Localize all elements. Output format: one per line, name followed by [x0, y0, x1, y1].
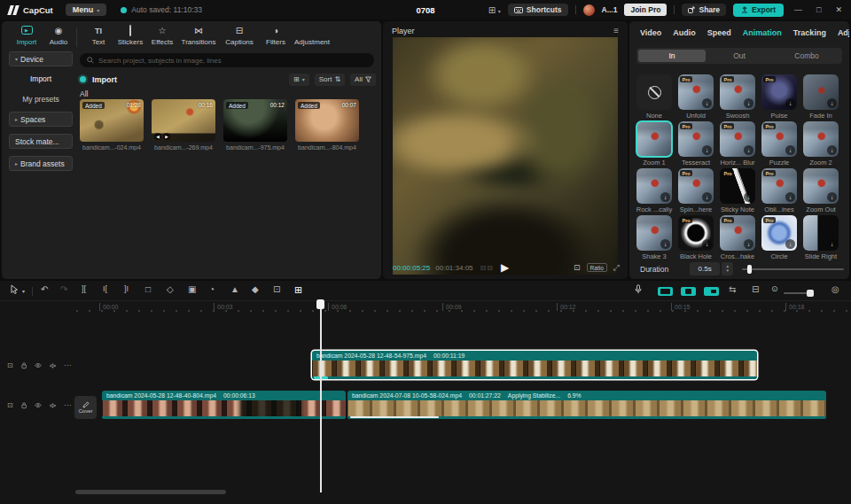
timeline-clip-024[interactable]: bandicam 2024-07-08 10-05-58-024.mp4 00:… — [347, 391, 826, 419]
next-frame-icon[interactable]: ▶ — [163, 133, 170, 140]
prev-frame-icon[interactable]: ◀ — [154, 133, 161, 140]
effect-rock[interactable]: ↓ — [636, 168, 672, 204]
mute-track-icon[interactable] — [50, 402, 56, 409]
timeline-clip-804[interactable]: bandicam 2024-05-28 12-48-40-804.mp4 00:… — [102, 391, 346, 419]
effect-fade-in[interactable]: ↓ — [803, 74, 839, 110]
fit-frame-icon[interactable]: ⊡ — [574, 263, 581, 272]
workspace-layout-icon[interactable]: ⊞ ▾ — [488, 5, 501, 15]
stabilize-icon[interactable]: ▲ — [230, 284, 239, 294]
timeline-horizontal-scrollbar[interactable] — [75, 490, 226, 494]
duration-value[interactable]: 0.5s — [690, 262, 720, 275]
frame-step-icons[interactable]: ⊟⊟ — [480, 264, 494, 272]
lock-icon[interactable] — [21, 361, 27, 369]
keyframe-icon[interactable]: ◆ — [252, 284, 259, 294]
hide-track-icon[interactable] — [35, 402, 42, 408]
tab-tracking[interactable]: Tracking — [793, 28, 826, 37]
playhead-line[interactable] — [320, 301, 322, 492]
effect-none[interactable] — [636, 74, 672, 110]
sidebar-item-stock-materials[interactable]: Stock mate... — [9, 134, 73, 149]
tab-audio-settings[interactable]: Audio — [673, 28, 696, 37]
playhead-handle[interactable] — [316, 299, 324, 309]
play-button[interactable]: ▶ — [501, 261, 509, 274]
fullscreen-icon[interactable]: ⤢ — [613, 263, 620, 273]
record-voiceover-icon[interactable] — [635, 284, 642, 296]
tab-effects[interactable]: ☆ Effects — [146, 26, 178, 46]
duration-slider[interactable] — [742, 268, 844, 270]
effect-shake-3[interactable]: ↓ — [636, 215, 672, 251]
trim-right-icon[interactable]: ]I — [124, 284, 129, 293]
account-label[interactable]: A...1 — [602, 5, 618, 14]
auto-layout-icon[interactable]: ⊞ — [294, 284, 302, 296]
undo-icon[interactable]: ↶ — [41, 284, 48, 294]
avatar[interactable] — [583, 4, 595, 16]
export-button[interactable]: Export — [733, 4, 784, 17]
tab-import[interactable]: ▶ Import — [11, 26, 43, 46]
sidebar-item-spaces[interactable]: ▸ Spaces — [9, 112, 73, 127]
search-input[interactable]: Search project, subjects in image, lines — [80, 53, 374, 67]
effect-tesseract[interactable]: Pro↓ — [678, 121, 714, 157]
select-tool-caret[interactable]: ▾ — [22, 288, 25, 294]
mute-track-icon[interactable] — [50, 362, 56, 369]
player-menu-icon[interactable]: ≡ — [613, 26, 619, 35]
sidebar-item-import[interactable]: Import — [9, 74, 73, 83]
lock-icon[interactable] — [21, 401, 27, 409]
effect-zoom-2[interactable]: ↓ — [803, 121, 839, 157]
zoom-fit-icon[interactable]: ◎ — [831, 284, 839, 294]
tab-speed[interactable]: Speed — [707, 28, 731, 37]
timeline-zoom-slider[interactable] — [784, 292, 814, 294]
track-view-mode-3-icon[interactable] — [704, 287, 719, 296]
minimize-button[interactable]: — — [791, 5, 806, 14]
tab-filters[interactable]: ◑ Filters — [260, 26, 292, 46]
effect-circle[interactable]: Pro↓ — [761, 215, 797, 251]
effect-sticky-note[interactable]: Pro↓ — [720, 168, 755, 204]
subtab-combo[interactable]: Combo — [773, 50, 840, 62]
media-card[interactable]: Added 00:12 — [223, 99, 287, 142]
effect-oblique-lines[interactable]: Pro↓ — [761, 168, 797, 204]
timeline-ruler[interactable]: 00:00 00:03 00:06 00:09 00:12 00:15 00:1… — [71, 302, 851, 314]
preview-axis-icon[interactable]: ⊟ — [752, 284, 759, 294]
mask-icon[interactable]: ◇ — [167, 284, 174, 294]
tab-text[interactable]: TI Text — [82, 26, 114, 46]
select-tool-icon[interactable] — [11, 284, 19, 296]
effect-spin[interactable]: Pro↓ — [678, 168, 714, 204]
media-card[interactable]: 00:16 ◀▶ — [152, 99, 215, 142]
timeline-zoom-handle[interactable] — [807, 290, 814, 297]
video-preview[interactable] — [393, 37, 618, 275]
redo-icon[interactable]: ↷ — [60, 284, 67, 294]
crop-icon[interactable]: ⊡ — [273, 284, 280, 294]
share-button[interactable]: Share — [682, 4, 726, 16]
tab-stickers[interactable]: Stickers — [114, 26, 146, 46]
effect-pulse[interactable]: Pro↓ — [761, 74, 797, 110]
tab-audio[interactable]: ◉ Audio — [43, 26, 74, 46]
tab-adjustment[interactable]: Adjustment — [292, 26, 332, 46]
track-more-icon[interactable]: ⋯ — [64, 361, 71, 369]
tab-adjustment-truncated[interactable]: Adju — [838, 28, 849, 37]
duration-slider-handle[interactable] — [747, 265, 752, 274]
effect-horizontal-blur[interactable]: Pro↓ — [720, 121, 755, 157]
preview-controls[interactable]: ◀▶ — [154, 133, 170, 140]
sidebar-item-brand-assets[interactable]: ▸ Brand assets — [9, 156, 73, 171]
subtab-out[interactable]: Out — [706, 50, 773, 62]
menu-button[interactable]: Menu ▾ — [66, 4, 107, 16]
effect-puzzle[interactable]: Pro↓ — [761, 121, 797, 157]
effect-unfold[interactable]: Pro↓ — [678, 74, 714, 110]
shortcuts-button[interactable]: Shortcuts — [508, 4, 568, 16]
trim-left-icon[interactable]: I[ — [103, 284, 107, 293]
tab-transitions[interactable]: ⋈ Transitions — [178, 26, 219, 46]
overlay-icon[interactable]: ▣ — [188, 284, 196, 294]
media-card[interactable]: Added 00:07 — [295, 99, 359, 142]
media-card[interactable]: Added 01:28 — [80, 99, 144, 142]
hide-track-icon[interactable] — [35, 362, 42, 368]
tab-captions[interactable]: ⊟ Captions — [219, 26, 260, 46]
effect-slide-right[interactable]: ↓ — [803, 215, 839, 251]
sidebar-item-device[interactable]: ▾ Device — [9, 51, 73, 66]
expand-clips-icon[interactable]: ⇆ — [729, 284, 736, 294]
track-view-mode-2-icon[interactable] — [681, 287, 696, 296]
zoom-out-timeline-icon[interactable]: ⊙ — [771, 284, 778, 293]
effect-zoom-out[interactable]: ↓ — [803, 168, 839, 204]
speed-icon[interactable]: ◔ — [209, 284, 215, 294]
timeline-clip-975[interactable]: bandicam 2024-05-28 12-48-54-975.mp4 00:… — [312, 351, 757, 379]
ratio-button[interactable]: Ratio — [587, 263, 607, 272]
maximize-button[interactable]: □ — [813, 5, 824, 14]
view-mode-button[interactable]: ⊞▾ — [289, 74, 309, 86]
